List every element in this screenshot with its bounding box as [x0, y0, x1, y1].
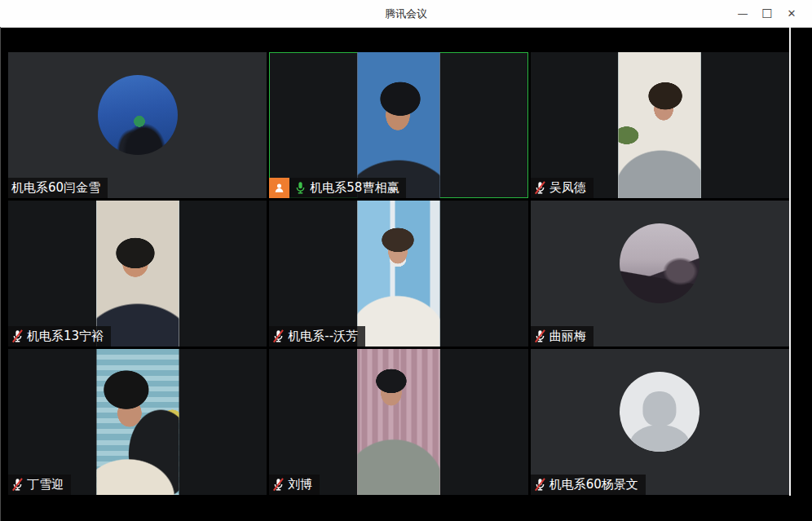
mic-muted-icon — [272, 478, 285, 492]
participant-label: 机电系13宁裕 — [8, 326, 111, 347]
window-controls: — ☐ ✕ — [730, 0, 804, 27]
participant-tile-qulimei[interactable]: 曲丽梅 — [531, 201, 789, 347]
participant-name: 刘博 — [288, 477, 312, 492]
participant-tile-wofang[interactable]: 机电系--沃芳 — [269, 201, 527, 347]
participant-tile-wufengde[interactable]: 吴凤德 — [531, 52, 789, 198]
participant-tile-dingxueying[interactable]: 丁雪迎 — [8, 349, 267, 495]
participant-name: 机电系--沃芳 — [288, 329, 358, 344]
host-badge-icon — [269, 178, 289, 198]
video-feed — [96, 201, 179, 347]
video-feed — [357, 201, 439, 347]
participant-name: 丁雪迎 — [27, 477, 64, 492]
mic-on-icon — [294, 181, 307, 195]
participant-label: 丁雪迎 — [8, 475, 71, 495]
participant-avatar-sky-photo — [98, 75, 178, 155]
participant-avatar-pavilion-photo — [620, 223, 699, 303]
participant-name: 机电系60杨景文 — [549, 477, 638, 492]
mic-muted-icon — [11, 329, 24, 343]
participant-label: 机电系60杨景文 — [531, 475, 646, 495]
mic-muted-icon — [534, 181, 546, 195]
participant-tile-caoxiangying-active-speaker[interactable]: 机电系58曹相赢 — [269, 52, 527, 198]
close-button[interactable]: ✕ — [779, 0, 804, 27]
video-feed — [357, 349, 439, 495]
mic-muted-icon — [534, 478, 546, 492]
window-title: 腾讯会议 — [385, 7, 427, 21]
video-feed — [357, 52, 439, 198]
titlebar: 腾讯会议 — ☐ ✕ — [0, 0, 812, 28]
participant-avatar-default-silhouette — [620, 372, 699, 452]
participant-name: 吴凤德 — [549, 180, 586, 196]
maximize-button[interactable]: ☐ — [755, 0, 779, 27]
participant-label: 刘博 — [269, 475, 320, 495]
participant-name: 机电系13宁裕 — [27, 329, 104, 344]
participant-grid: 机电系60闫金雪 机电系58曹相赢 吴凤德 机电系13宁裕 — [8, 52, 789, 495]
window-left-border — [0, 27, 1, 521]
participant-tile-yangjingwen[interactable]: 机电系60杨景文 — [531, 349, 789, 495]
participant-tile-yanjinxue[interactable]: 机电系60闫金雪 — [8, 52, 267, 198]
participant-name: 曲丽梅 — [549, 329, 586, 344]
participant-name: 机电系58曹相赢 — [310, 180, 399, 196]
mic-muted-icon — [11, 478, 24, 492]
mic-muted-icon — [534, 329, 546, 343]
participant-name: 机电系60闫金雪 — [11, 180, 100, 196]
video-feed — [96, 349, 179, 495]
participant-label: 吴凤德 — [531, 178, 594, 198]
participant-label: 机电系60闫金雪 — [8, 178, 108, 198]
participant-tile-liubo[interactable]: 刘博 — [269, 349, 527, 495]
participant-tile-ningyu[interactable]: 机电系13宁裕 — [8, 201, 267, 347]
window-right-edge-line — [789, 27, 791, 496]
participant-label: 曲丽梅 — [531, 326, 594, 347]
participant-label: 机电系--沃芳 — [269, 326, 365, 347]
video-feed — [619, 52, 701, 198]
mic-muted-icon — [272, 329, 285, 343]
minimize-button[interactable]: — — [730, 0, 755, 27]
participant-label: 机电系58曹相赢 — [269, 178, 406, 198]
